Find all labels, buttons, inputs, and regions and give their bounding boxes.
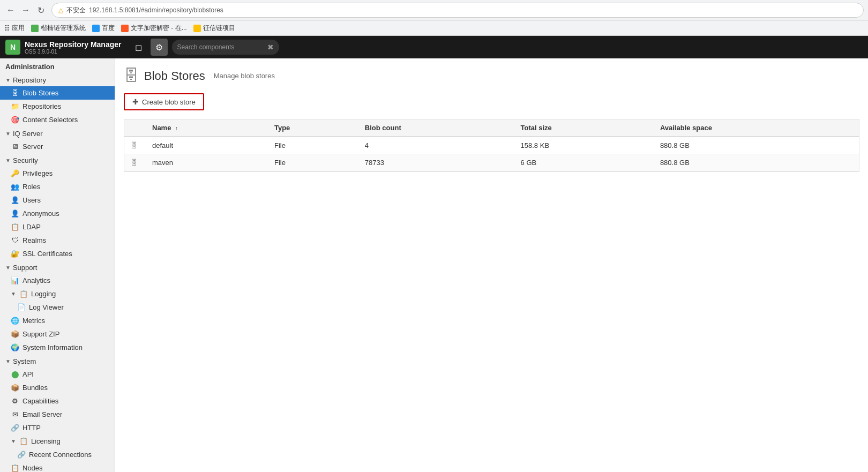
page-subtitle: Manage blob stores	[214, 72, 275, 80]
cell-name: maven	[146, 154, 268, 171]
forward-button[interactable]: →	[19, 4, 32, 17]
realms-icon: 🛡	[11, 236, 19, 244]
back-button[interactable]: ←	[4, 4, 17, 17]
email-server-icon: ✉	[11, 410, 19, 418]
cube-icon-button[interactable]: ◻	[130, 39, 147, 56]
address-text: 不安全	[66, 6, 86, 15]
bookmark-label: 征信链项目	[203, 24, 235, 33]
app-name-block: Nexus Repository Manager OSS 3.9.0-01	[25, 40, 122, 55]
support-zip-icon: 📦	[11, 330, 19, 338]
sidebar-item-label: Repositories	[23, 102, 61, 110]
sidebar-item-label: API	[23, 370, 34, 378]
administration-label: Administration	[5, 63, 55, 71]
sidebar-item-privileges[interactable]: 🔑 Privileges	[0, 167, 115, 180]
cell-blob-count: 78733	[358, 154, 514, 171]
sidebar-item-nodes[interactable]: 📋 Nodes	[0, 461, 115, 472]
table-row[interactable]: 🗄 maven File 78733 6 GB 880.8 GB	[124, 154, 859, 171]
sidebar-item-label: Metrics	[23, 317, 45, 325]
sidebar-item-recent-connections[interactable]: 🔗 Recent Connections	[0, 448, 115, 461]
app-header: N Nexus Repository Manager OSS 3.9.0-01 …	[0, 36, 868, 58]
sidebar-item-users[interactable]: 👤 Users	[0, 193, 115, 207]
main-area: Administration ▼ Repository 🗄 Blob Store…	[0, 58, 868, 472]
section-label: IQ Server	[13, 130, 43, 138]
sidebar-item-anonymous[interactable]: 👤 Anonymous	[0, 207, 115, 220]
ssl-icon: 🔐	[11, 250, 19, 258]
sidebar-item-api[interactable]: ⬤ API	[0, 368, 115, 381]
log-viewer-icon: 📄	[17, 303, 26, 311]
sidebar-item-label: Bundles	[23, 384, 48, 392]
bookmark-3[interactable]: 文字加密解密 - 在...	[121, 24, 187, 33]
reload-button[interactable]: ↻	[34, 4, 47, 17]
sidebar-item-server[interactable]: 🖥 Server	[0, 140, 115, 153]
sidebar-group-support[interactable]: ▼ Support	[0, 260, 115, 274]
sidebar-item-bundles[interactable]: 📦 Bundles	[0, 381, 115, 394]
sidebar-item-capabilities[interactable]: ⚙ Capabilities	[0, 394, 115, 408]
metrics-icon: 🌐	[11, 317, 19, 325]
search-clear-icon[interactable]: ✖	[267, 43, 274, 51]
sidebar-item-repositories[interactable]: 📁 Repositories	[0, 100, 115, 113]
table-row[interactable]: 🗄 default File 4 158.8 KB 880.8 GB	[124, 137, 859, 154]
page-header: 🗄 Blob Stores Manage blob stores	[124, 67, 859, 85]
sidebar-item-label: Logging	[31, 290, 56, 298]
sidebar-group-security[interactable]: ▼ Security	[0, 153, 115, 167]
bookmark-1[interactable]: 楷楠链管理系统	[31, 24, 86, 33]
bookmark-4[interactable]: 征信链项目	[193, 24, 235, 33]
sidebar-item-logging[interactable]: ▼ 📋 Logging	[0, 287, 115, 301]
cell-blob-count: 4	[358, 137, 514, 154]
sidebar-item-metrics[interactable]: 🌐 Metrics	[0, 314, 115, 327]
nav-buttons: ← → ↻	[4, 4, 47, 17]
sidebar-item-licensing[interactable]: ▼ 📋 Licensing	[0, 434, 115, 448]
sidebar-item-label: LDAP	[23, 223, 41, 231]
sidebar-item-analytics[interactable]: 📊 Analytics	[0, 274, 115, 287]
collapse-arrow: ▼	[5, 158, 11, 163]
page-icon: 🗄	[124, 67, 139, 85]
sidebar-item-roles[interactable]: 👥 Roles	[0, 180, 115, 193]
cell-available-space: 880.8 GB	[654, 154, 859, 171]
sidebar-item-blob-stores[interactable]: 🗄 Blob Stores	[0, 86, 115, 100]
sidebar-item-content-selectors[interactable]: 🎯 Content Selectors	[0, 113, 115, 126]
sidebar: Administration ▼ Repository 🗄 Blob Store…	[0, 58, 115, 472]
app-name: Nexus Repository Manager	[25, 40, 122, 49]
search-input[interactable]	[177, 43, 264, 51]
sidebar-item-realms[interactable]: 🛡 Realms	[0, 234, 115, 247]
col-name-label: Name	[152, 124, 171, 132]
sidebar-item-system-information[interactable]: 🌍 System Information	[0, 341, 115, 354]
security-warning-icon: △	[58, 6, 63, 14]
col-name[interactable]: Name ↑	[146, 119, 268, 137]
sidebar-group-repository[interactable]: ▼ Repository	[0, 73, 115, 86]
collapse-arrow: ▼	[11, 291, 16, 297]
bookmark-2[interactable]: 百度	[92, 24, 115, 33]
sidebar-group-iq-server[interactable]: ▼ IQ Server	[0, 126, 115, 140]
roles-icon: 👥	[11, 183, 19, 191]
col-blob-count: Blob count	[358, 119, 514, 137]
sidebar-item-ldap[interactable]: 📋 LDAP	[0, 220, 115, 234]
settings-icon-button[interactable]: ⚙	[151, 39, 168, 56]
privileges-icon: 🔑	[11, 169, 19, 177]
api-icon: ⬤	[11, 370, 19, 378]
licensing-icon: 📋	[19, 437, 28, 445]
col-blob-count-label: Blob count	[365, 124, 401, 132]
sidebar-item-label: Roles	[23, 183, 40, 191]
bookmark-apps[interactable]: ⠿ 应用	[4, 24, 25, 33]
collapse-arrow: ▼	[5, 358, 11, 364]
sidebar-group-system[interactable]: ▼ System	[0, 354, 115, 368]
analytics-icon: 📊	[11, 276, 19, 284]
sidebar-item-label: SSL Certificates	[23, 250, 72, 258]
cell-type: File	[268, 137, 358, 154]
system-info-icon: 🌍	[11, 343, 19, 351]
sidebar-item-http[interactable]: 🔗 HTTP	[0, 421, 115, 434]
sidebar-item-log-viewer[interactable]: 📄 Log Viewer	[0, 301, 115, 314]
col-type-label: Type	[274, 124, 290, 132]
address-bar[interactable]: △ 不安全 192.168.1.5:8081/#admin/repository…	[51, 3, 864, 18]
collapse-arrow: ▼	[5, 265, 11, 271]
collapse-arrow: ▼	[5, 131, 11, 137]
search-box[interactable]: ✖	[172, 40, 279, 55]
sidebar-item-ssl-certificates[interactable]: 🔐 SSL Certificates	[0, 247, 115, 260]
header-icons: ◻ ⚙	[130, 39, 168, 56]
table-body: 🗄 default File 4 158.8 KB 880.8 GB 🗄 mav…	[124, 137, 859, 171]
cell-available-space: 880.8 GB	[654, 137, 859, 154]
nodes-icon: 📋	[11, 464, 19, 472]
sidebar-item-support-zip[interactable]: 📦 Support ZIP	[0, 327, 115, 341]
sidebar-item-email-server[interactable]: ✉ Email Server	[0, 408, 115, 421]
create-blob-store-button[interactable]: ✚ Create blob store	[124, 93, 204, 110]
